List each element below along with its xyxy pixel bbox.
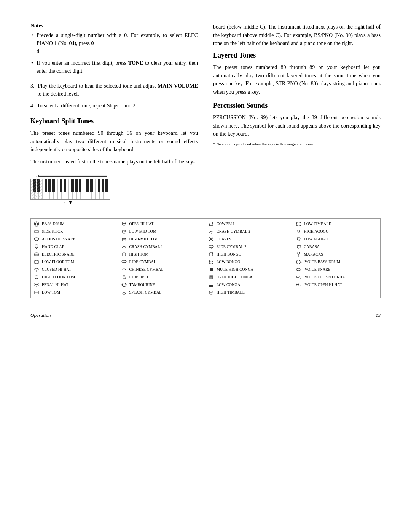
perc-item: MUTE HIGH CONGA xyxy=(206,266,293,273)
perc-item: CHINESE CYMBAL xyxy=(118,266,206,273)
perc-item: HIGH AGOGO xyxy=(293,228,381,235)
bass-drum-icon xyxy=(33,221,40,227)
perc-item: HIGH FLOOR TOM xyxy=(31,273,118,281)
side-stick-label: SIDE STICK xyxy=(42,228,63,234)
svg-point-74 xyxy=(209,245,213,248)
low-bongo-label: LOW BONGO xyxy=(217,259,240,265)
hand-clap-label: HAND CLAP xyxy=(42,244,64,249)
voice-closed-hi-hat-icon: v xyxy=(295,274,303,280)
keyboard-diagram-area: → xyxy=(30,174,198,204)
percussion-sounds-section: Percussion Sounds PERCUSSION (No. 99) le… xyxy=(213,102,381,138)
crash-cymbal-1-icon xyxy=(121,244,127,250)
svg-point-76 xyxy=(210,252,213,254)
perc-item: LOW TOM xyxy=(31,289,118,296)
perc-item: RIDE CYMBAL 1 xyxy=(118,258,206,266)
perc-item: RIDE BELL xyxy=(118,273,206,281)
open-hi-hat-icon xyxy=(121,221,127,227)
svg-point-38 xyxy=(35,223,38,225)
chinese-cymbal-label: CHINESE CYMBAL xyxy=(129,267,164,272)
side-stick-icon xyxy=(33,228,40,235)
perc-col-1: BASS DRUM SIDE STICK ACOUSTIC SNARE xyxy=(31,219,118,298)
perc-item: v VOICE CLOSED HI-HAT xyxy=(293,273,381,281)
perc-item: RIDE CYMBAL 2 xyxy=(206,243,293,251)
svg-rect-33 xyxy=(98,179,100,192)
left-column: Notes Precede a single-digit number with… xyxy=(30,23,198,212)
low-floor-tom-label: LOW FLOOR TOM xyxy=(42,259,74,265)
svg-rect-86 xyxy=(209,286,213,287)
layered-tones-text: The preset tones numbered 80 through 89 … xyxy=(213,63,381,96)
svg-text:v: v xyxy=(300,261,302,264)
notes-section: Notes Precede a single-digit number with… xyxy=(30,23,198,75)
pedal-hi-hat-label: PEDAL HI-HAT xyxy=(42,282,68,288)
perc-item: COWBELL xyxy=(206,220,293,228)
cowbell-icon xyxy=(208,221,215,227)
crash-cymbal-2-label: CRASH CYMBAL 2 xyxy=(217,228,250,234)
perc-col-3: COWBELL CRASH CYMBAL 2 CLAVES xyxy=(206,219,293,298)
svg-rect-28 xyxy=(71,179,74,192)
svg-point-93 xyxy=(300,245,301,246)
pedal-hi-hat-icon xyxy=(33,282,40,288)
perc-item: CLAVES xyxy=(206,235,293,243)
low-mid-tom-label: LOW-MID TOM xyxy=(129,228,157,234)
percussion-sounds-text: PERCUSSION (No. 99) lets you play the 39… xyxy=(213,113,381,138)
keyboard-top-arrow: → xyxy=(34,174,107,178)
svg-rect-85 xyxy=(209,285,213,286)
svg-point-67 xyxy=(123,282,124,283)
svg-point-87 xyxy=(209,291,213,292)
perc-item: PEDAL HI-HAT xyxy=(31,281,118,289)
svg-rect-81 xyxy=(210,276,213,276)
perc-item: OPEN HI-HAT xyxy=(118,220,206,228)
svg-rect-83 xyxy=(210,278,213,279)
high-timbale-icon xyxy=(208,289,215,296)
ride-cymbal-2-label: RIDE CYMBAL 2 xyxy=(217,244,246,249)
page-footer: Operation 13 xyxy=(30,310,381,318)
svg-point-52 xyxy=(35,284,38,286)
maracas-icon xyxy=(295,251,302,257)
svg-rect-36 xyxy=(31,179,42,200)
perc-item: CRASH CYMBAL 1 xyxy=(118,243,206,251)
svg-text:v: v xyxy=(300,276,301,280)
high-timbale-label: HIGH TIMBALE xyxy=(217,289,245,295)
high-agogo-icon xyxy=(295,228,302,235)
voice-closed-hi-hat-label: VOICE CLOSED HI-HAT xyxy=(305,274,347,280)
low-bongo-icon xyxy=(208,259,215,265)
perc-item: v VOICE OPEN HI-HAT xyxy=(293,281,381,289)
svg-rect-24 xyxy=(48,179,51,192)
low-agogo-label: LOW AGOGO xyxy=(304,236,328,242)
keyboard-split-para2: The instrument listed first in the tone'… xyxy=(30,158,198,166)
perc-item: HIGH BONGO xyxy=(206,251,293,258)
svg-rect-82 xyxy=(210,277,213,278)
svg-text:v: v xyxy=(300,284,301,287)
high-mid-tom-label: HIGH-MID TOM xyxy=(129,236,158,242)
high-floor-tom-icon xyxy=(33,274,40,280)
svg-point-96 xyxy=(298,245,299,246)
low-conga-label: LOW CONGA xyxy=(217,282,240,288)
high-tom-icon xyxy=(121,252,127,257)
svg-point-65 xyxy=(121,284,123,285)
svg-point-107 xyxy=(296,284,299,286)
ride-cymbal-2-icon xyxy=(208,244,215,250)
perc-item-empty xyxy=(293,289,381,296)
perc-item: LM LOW-MID TOM xyxy=(118,228,206,235)
footer-label: Operation xyxy=(30,312,51,318)
perc-item: ELECTRIC SNARE xyxy=(31,251,118,258)
perc-item: CRASH CYMBAL 2 xyxy=(206,228,293,235)
svg-rect-35 xyxy=(105,179,108,192)
perc-item: LOW FLOOR TOM xyxy=(31,258,118,266)
layered-tones-heading: Layered Tones xyxy=(213,51,381,59)
perc-item: LOW BONGO xyxy=(206,258,293,266)
ride-cymbal-1-icon xyxy=(121,259,127,265)
layered-tones-section: Layered Tones The preset tones numbered … xyxy=(213,51,381,96)
voice-snare-label: VOICE SNARE xyxy=(305,267,331,272)
svg-rect-78 xyxy=(210,268,213,269)
perc-item: HAND CLAP xyxy=(31,243,118,251)
keyboard-split-para1: The preset tones numbered 90 through 96 … xyxy=(30,129,198,154)
main-content: Notes Precede a single-digit number with… xyxy=(30,23,381,212)
ride-cymbal-1-label: RIDE CYMBAL 1 xyxy=(129,259,159,265)
svg-point-95 xyxy=(300,248,301,248)
voice-open-hi-hat-label: VOICE OPEN HI-HAT xyxy=(305,282,342,288)
svg-rect-34 xyxy=(102,179,104,192)
svg-rect-27 xyxy=(64,179,66,192)
svg-point-48 xyxy=(35,268,38,270)
footer-page-number: 13 xyxy=(376,312,381,318)
